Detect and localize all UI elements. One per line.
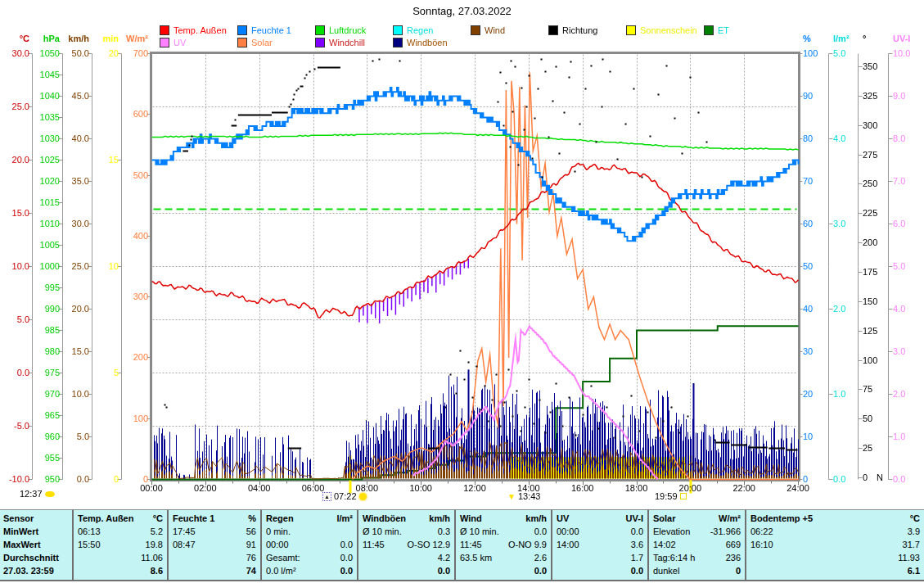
moonrise-annotation: 12:37 [20, 489, 55, 499]
tick-label: 4.0 [833, 133, 845, 143]
tick-label: 0.0 [833, 474, 845, 484]
stat-row-max: 11:45O-SO 12.9 [358, 538, 454, 551]
stat-header: Windböenkm/h [358, 512, 454, 525]
legend-item-label: Richtung [562, 25, 597, 35]
tick-label: 600 [106, 109, 148, 119]
tick-label: -5.0 [0, 421, 29, 431]
sunrise-annotation: ▲ 07:22 [322, 491, 367, 501]
tick-label: 15.0 [47, 346, 89, 356]
legend-color-swatch [160, 25, 169, 35]
stat-time-label: Elevation [653, 527, 690, 536]
tick-label: 6.0 [893, 219, 905, 228]
stat-header: Feuchte 1% [169, 512, 260, 525]
legend-item-wind: Wind [471, 25, 505, 35]
stats-column-temp-au-en: Temp. Außen°C06:135.215:5019.811.068.6 [72, 510, 167, 580]
stat-title: Wind [460, 513, 482, 523]
tick-label: 250 [863, 179, 877, 188]
stat-time-label: 06:13 [78, 527, 101, 536]
x-tick-label: 18:00 [619, 483, 655, 493]
stat-unit: km/h [525, 513, 547, 523]
legend-color-swatch [548, 25, 558, 35]
legend-item-label: Sonnenschein [640, 25, 697, 35]
tick-label: 0.0 [893, 474, 905, 484]
stat-row-cur: 0.0 l/m²0.0 [262, 564, 357, 577]
stat-row-avg: 4.2 [358, 551, 454, 564]
x-tick-label: 22:00 [726, 483, 762, 493]
legend-item-windchill: Windchill [315, 38, 365, 47]
stat-value: 236 [726, 553, 741, 563]
tick-label: 325 [863, 91, 877, 101]
stat-value: 6.1 [908, 566, 920, 576]
stat-value: 0.3 [438, 527, 450, 536]
stat-row-avg: Gesamt:0.0 [262, 551, 357, 564]
stat-row-max: 14:003.6 [552, 538, 647, 551]
stat-time-label: 00:00 [557, 527, 579, 536]
tick-label: 225 [863, 208, 877, 218]
stat-title: Feuchte 1 [173, 513, 214, 523]
stat-row-avg: 63.5 km2.6 [456, 551, 551, 564]
stat-row-cur: 74 [169, 564, 260, 577]
tick-label: 985 [17, 325, 60, 335]
stat-row-label: MinWert [0, 525, 72, 538]
stat-value: 0.0 [340, 566, 353, 576]
legend-item-label: UV [174, 38, 186, 47]
stat-row-min: 06:223.9 [746, 525, 924, 538]
legend-item-sonnenschein: Sonnenschein [626, 25, 697, 35]
stat-value: 76 [246, 553, 256, 563]
legend-item-label: Feuchte 1 [251, 25, 291, 35]
tick-label: 5.0 [47, 432, 89, 441]
legend-item-label: Luftdruck [329, 25, 366, 35]
tick-label: 1025 [17, 155, 60, 165]
tick-label: 100 [803, 48, 818, 58]
stat-value: 1.7 [631, 553, 643, 563]
tick-label: 5.0 [893, 261, 905, 271]
tick-label: 5 [76, 368, 119, 377]
stat-value: 0.0 [438, 566, 450, 576]
stats-column-sensor: SensorMinWertMaxWertDurchschnitt27.03. 2… [0, 510, 72, 580]
stat-value: 56 [246, 527, 256, 536]
stat-row-max: 11:45O-NO 9.9 [456, 538, 551, 551]
legend-item-luftdruck: Luftdruck [315, 25, 366, 35]
stat-row-cur: 8.6 [74, 564, 167, 577]
stat-value: 0.0 [631, 527, 643, 536]
tick-label: 0 [863, 472, 868, 482]
tick-label: 1.0 [833, 389, 845, 399]
stat-unit: l/m² [336, 513, 353, 523]
legend-item-richtung: Richtung [548, 25, 597, 35]
tick-label: 20 [803, 389, 813, 399]
stat-time-label: dunkel [653, 566, 679, 576]
stat-time-label: 00:00 [266, 540, 289, 549]
stat-time-label: 17:45 [173, 527, 196, 536]
legend-item-regen: Regen [393, 25, 433, 35]
weather-chart-screen: Sonntag, 27.03.2022 Temp. AußenFeuchte 1… [0, 0, 924, 583]
tick-label: 15.0 [0, 208, 29, 218]
page-title: Sonntag, 27.03.2022 [0, 5, 924, 17]
stat-time-label: 06:22 [750, 527, 773, 536]
tick-label: 200 [106, 352, 148, 362]
tick-label: 30.0 [47, 219, 89, 228]
stat-unit: W/m² [719, 513, 741, 523]
stat-title: Bodentemp +5 [750, 513, 813, 523]
stat-value: 0 [736, 566, 741, 576]
down-arrow-icon: ▼ [507, 492, 516, 501]
stat-time-label: Tag:6:14 h [653, 553, 695, 563]
stats-column-windb-en: Windböenkm/hØ 10 min.0.311:45O-SO 12.94.… [357, 510, 454, 580]
stat-row-min: 0 min. [262, 525, 357, 538]
stat-header: UVUV-I [552, 512, 647, 525]
sunset-annotation: 19:59 [655, 491, 687, 501]
tick-label: 9.0 [893, 91, 905, 101]
stats-table: SensorMinWertMaxWertDurchschnitt27.03. 2… [0, 509, 924, 581]
legend-item-label: Windböen [407, 38, 448, 47]
stat-row-cur: dunkel0 [649, 564, 745, 577]
stat-time-label: 11:45 [363, 540, 385, 549]
tick-label: 995 [17, 282, 60, 292]
tick-label: 20.0 [47, 304, 89, 314]
stat-value: 74 [246, 566, 256, 576]
stat-value: 11.06 [141, 553, 163, 563]
tick-label: 8.0 [893, 133, 905, 143]
sunrise-time: 07:22 [334, 491, 357, 501]
moonrise-time: 12:37 [20, 489, 43, 499]
stat-row-min: Elevation-31.966 [649, 525, 745, 538]
tick-label: 50 [803, 261, 813, 271]
stat-unit: UV-I [626, 513, 643, 523]
